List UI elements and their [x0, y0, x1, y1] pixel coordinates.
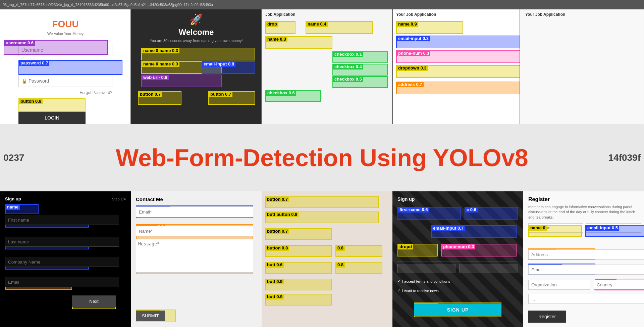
job-app2-title: Your Job Application — [396, 12, 516, 17]
mbtn8-det: butt 0.9 — [265, 279, 332, 290]
mbtn3-det: button 0.7 — [265, 228, 332, 240]
password-detection: password 0.7 — [18, 60, 122, 75]
forgot-password-link[interactable]: Forgot Password? — [18, 90, 112, 95]
tagline: We Value Your Money — [47, 32, 84, 36]
dropdown03-det: dropdown 0.3 — [396, 65, 520, 78]
middle-section: 0237 Web-Form-Detection Using YOLOv8 14f… — [0, 124, 644, 191]
drop-det: drop — [265, 21, 296, 34]
contact-title: Contact Me — [136, 196, 257, 202]
email-register[interactable] — [528, 265, 644, 275]
top-strip: 06_tag_rf_767dc77c6573bb0f2334e_jpg_rf_7… — [0, 0, 644, 124]
cb01-det: checkbox 0.1 — [332, 51, 388, 63]
right-number: 14f039f — [608, 152, 641, 163]
email07-det2: email-input 0.7 — [431, 225, 517, 238]
name-contact[interactable] — [136, 226, 253, 236]
org-register[interactable] — [528, 280, 590, 290]
email-contact[interactable] — [136, 206, 253, 217]
mbtn2-det: butt button 0.8 — [265, 212, 379, 223]
register-bot-title: Register — [528, 196, 639, 202]
panel-welcome: 🚀 Welcome You are 30 seconds away from e… — [131, 0, 262, 124]
name0-det-bot5: name 0 — [528, 225, 582, 237]
panel-register-top: Your Job Application — [520, 0, 644, 124]
welcome-subtitle: You are 30 seconds away from earning you… — [138, 39, 255, 43]
filename-bar: 06_tag_rf_767dc77c6573bb0f2334e_jpg_rf_7… — [0, 0, 644, 9]
login-form: username 0.6 password 0.7 Forgot Passwor… — [18, 41, 112, 124]
address-register[interactable] — [528, 249, 644, 260]
email03-det: email-input 0.3 — [396, 36, 520, 48]
logo: FOUU — [45, 16, 86, 32]
panel-job-app: Job Application name 0.4 drop name 0.3 c… — [262, 0, 392, 124]
company-name-field[interactable] — [5, 257, 119, 267]
firstname06-det: first-name 0.6 — [397, 207, 461, 220]
c06-det: c 0.6 — [465, 207, 518, 220]
left-number: 0237 — [3, 152, 24, 163]
cb04-det: checkbox 0.4 — [332, 64, 388, 76]
password-input[interactable] — [18, 75, 112, 87]
register-button[interactable]: Register — [528, 311, 566, 323]
name0-det1: name 0 name 0.3 — [141, 48, 255, 60]
signup-button[interactable]: SIGN UP — [414, 303, 501, 316]
btn1-det: button 0.7 — [138, 91, 181, 105]
main-title: Web-Form-Detection Using YOLOv8 — [116, 144, 528, 172]
address07-det: address 0.7 — [396, 82, 520, 94]
next-button[interactable]: Next — [72, 295, 116, 307]
mbtn1-det: button 0.7 — [265, 196, 379, 208]
register-description: members can engage in informative conver… — [528, 204, 639, 220]
message-contact[interactable] — [136, 239, 253, 273]
panel-signup-black: Sign up Step 1/4 name email-input 0.5 em… — [0, 191, 131, 327]
mbtn9-det: butt 0.9 — [265, 294, 332, 306]
welcome-title: Welcome — [138, 28, 255, 37]
job-app-title: Job Application — [265, 12, 389, 17]
mbtn5-det: 0.8 — [335, 245, 382, 257]
submit-button[interactable]: SUBMIT — [136, 311, 165, 321]
signup-dark-title: Sign up — [397, 196, 518, 202]
phone03-det: phone-num 0.3 — [396, 50, 520, 63]
panel-contact: Contact Me email-input 0.7 message 0.9 b… — [131, 191, 262, 327]
name09-det: name 0.9 — [396, 21, 463, 34]
phone03-det2: phone-num 0.3 — [441, 244, 517, 256]
signup-step: Step 1/4 — [112, 197, 126, 201]
register-title-top: Your Job Application — [525, 12, 639, 17]
email-det: email-input 0.8 — [202, 61, 255, 74]
panel-multi-btn: button 0.7 butt button 0.8 button 0.7 bu… — [262, 191, 392, 327]
first-name-field[interactable] — [5, 215, 119, 225]
cb05-det: checkbox 0.5 — [332, 76, 388, 88]
mbtn6-det: butt 0.6 — [265, 262, 332, 274]
signup-title: Sign up — [5, 196, 21, 201]
panel-register-bot: Register members can engage in informati… — [523, 191, 644, 327]
last-name-field[interactable] — [5, 237, 119, 247]
panel-signup-dark: Sign up first-name 0.6 c 0.6 email-input… — [392, 191, 523, 327]
panel-job-app2: Your Job Application name 0.9 email-inpu… — [392, 0, 520, 124]
name03-det: name 0.3 — [265, 36, 332, 49]
username-detection: username 0.6 — [4, 40, 108, 55]
login-button[interactable]: LOGIN — [18, 112, 86, 124]
weburl-det: web url- 0.6 — [141, 75, 222, 87]
mbtn4-det: button 0.8 — [265, 245, 332, 257]
extra-register[interactable] — [528, 294, 644, 304]
bottom-strip: Sign up Step 1/4 name email-input 0.5 em… — [0, 191, 644, 327]
name04-det: name 0.4 — [306, 21, 373, 34]
email-field-bot1[interactable] — [5, 277, 119, 287]
email05-det-bot5: email-input 0.5 — [585, 225, 644, 237]
panel-login: FOUU We Value Your Money username 0.6 pa… — [0, 0, 131, 124]
cb06-det: checkbox 0.6 — [265, 90, 321, 102]
login-btn-detection: button 0.8 — [18, 98, 86, 112]
country-register[interactable] — [594, 280, 644, 290]
dropd-det: dropd — [397, 244, 438, 256]
btn2-det: button 0.7 — [208, 91, 255, 105]
name-det-bot1: name — [5, 204, 39, 214]
mbtn7-det: 0.8 — [335, 262, 382, 274]
